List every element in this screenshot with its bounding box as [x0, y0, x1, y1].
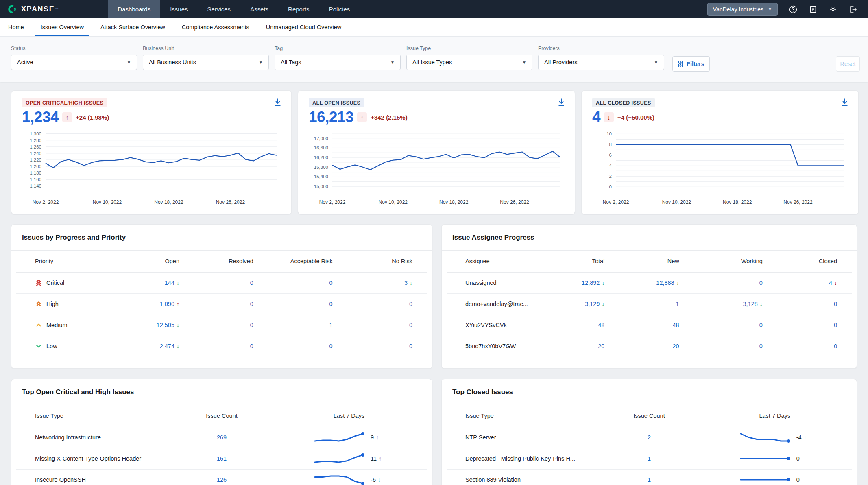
column-header: Assignee [447, 251, 560, 272]
metric-link[interactable]: 12,892 [582, 280, 600, 286]
table-row: Unassigned12,892↓12,888↓04↓ [447, 272, 852, 293]
metric-link[interactable]: 0 [759, 322, 763, 328]
metric-link[interactable]: 0 [759, 343, 763, 350]
kpi-value-row: 1,234↑+24 (1.98%) [22, 109, 109, 126]
logout-icon[interactable] [848, 5, 857, 14]
xpanse-logo-icon [8, 4, 17, 14]
column-header: New [604, 251, 679, 272]
tab-home[interactable]: Home [2, 18, 30, 36]
priority-low: Low [35, 343, 140, 350]
nav-item-dashboards[interactable]: Dashboards [108, 0, 160, 18]
trend-delta: 11↑ [371, 455, 385, 462]
svg-text:10: 10 [606, 131, 612, 136]
priority-label: High [46, 301, 59, 307]
metric-link[interactable]: 0 [250, 343, 253, 350]
app-root: XPANSE™ DashboardsIssuesServicesAssetsRe… [0, 0, 868, 485]
brand-name: XPANSE [21, 5, 55, 13]
nav-item-assets[interactable]: Assets [240, 0, 278, 18]
filter-select-issue-type[interactable]: All Issue Types▼ [406, 55, 532, 70]
card-title: Issues by Progress and Priority [11, 225, 432, 251]
metric-cell: 1,090↑ [140, 293, 179, 315]
filter-select-status[interactable]: Active▼ [11, 55, 137, 70]
arrow-down-icon: ↓ [834, 280, 837, 286]
trend-sparkline [313, 474, 365, 485]
metric-link[interactable]: 1 [648, 455, 651, 462]
nav-item-issues[interactable]: Issues [160, 0, 197, 18]
metric-link[interactable]: 0 [329, 343, 333, 350]
metric-link[interactable]: 12,888 [656, 280, 674, 286]
nav-item-reports[interactable]: Reports [278, 0, 319, 18]
metric-link[interactable]: 2,474 [160, 343, 174, 350]
brand-logo[interactable]: XPANSE™ [0, 0, 68, 18]
last-7-days-cell: 9↑ [271, 427, 427, 448]
svg-text:6: 6 [609, 153, 612, 157]
priority-high: High [35, 300, 140, 308]
metric-link[interactable]: 3 [404, 280, 408, 286]
nav-item-policies[interactable]: Policies [319, 0, 360, 18]
reset-button[interactable]: Reset [836, 56, 860, 72]
table-row: Section 889 Violation10 [447, 469, 852, 485]
assignee-cell: Unassigned [447, 272, 560, 293]
metric-link[interactable]: 20 [673, 343, 679, 350]
metric-link[interactable]: 144 [165, 280, 174, 286]
last-7-days-cell: -6↓ [271, 469, 427, 485]
metric-link[interactable]: 3,128 [743, 301, 758, 307]
metric-link[interactable]: 1 [648, 476, 651, 483]
metric-cell: 0 [179, 293, 253, 315]
download-icon[interactable] [557, 98, 566, 107]
svg-text:Nov 26, 2022: Nov 26, 2022 [216, 199, 245, 205]
metric-link[interactable]: 4 [829, 280, 832, 286]
metric-link[interactable]: 126 [217, 476, 227, 483]
metric-link[interactable]: 0 [250, 280, 253, 286]
metric-link[interactable]: 0 [250, 322, 253, 328]
issue-type-cell: Networking Infrastructure [16, 427, 172, 448]
metric-link[interactable]: 1 [676, 301, 679, 307]
filter-value: All Providers [544, 59, 577, 66]
metric-link[interactable]: 1,090 [160, 301, 174, 307]
critical-priority-icon [35, 279, 42, 286]
column-header: Closed [763, 251, 852, 272]
filter-select-business-unit[interactable]: All Business Units▼ [143, 55, 269, 70]
metric-link[interactable]: 2 [648, 434, 651, 441]
filter-select-providers[interactable]: All Providers▼ [538, 55, 664, 70]
metric-link[interactable]: 48 [673, 322, 679, 328]
metric-link[interactable]: 0 [409, 322, 412, 328]
metric-link[interactable]: 0 [409, 343, 412, 350]
metric-link[interactable]: 0 [329, 301, 333, 307]
metric-link[interactable]: 0 [834, 322, 837, 328]
filter-select-tag[interactable]: All Tags▼ [275, 55, 401, 70]
tab-unmanaged-cloud-overview[interactable]: Unmanaged Cloud Overview [260, 18, 347, 36]
download-icon[interactable] [273, 98, 282, 107]
metric-link[interactable]: 0 [759, 280, 763, 286]
metric-link[interactable]: 0 [834, 301, 837, 307]
issue-count-cell: 126 [172, 469, 271, 485]
issue-count-cell: 2 [600, 427, 698, 448]
tab-issues-overview[interactable]: Issues Overview [35, 18, 89, 36]
chevron-down-icon: ▼ [390, 60, 395, 65]
metric-link[interactable]: 12,505 [157, 322, 174, 328]
metric-link[interactable]: 161 [217, 455, 227, 462]
settings-gear-icon[interactable] [829, 5, 837, 14]
trend-sparkline [313, 432, 365, 443]
kpi-delta: +342 (2.15%) [371, 114, 407, 121]
metric-link[interactable]: 0 [834, 343, 837, 350]
tab-compliance-assessments[interactable]: Compliance Assessments [176, 18, 255, 36]
metric-link[interactable]: 269 [217, 434, 227, 441]
metric-link[interactable]: 0 [250, 301, 253, 307]
help-icon[interactable] [789, 5, 798, 14]
release-notes-icon[interactable] [809, 5, 818, 14]
priority-label: Medium [46, 322, 68, 328]
download-icon[interactable] [840, 98, 849, 107]
org-selector[interactable]: VanDelay Industries ▼ [707, 3, 778, 16]
metric-link[interactable]: 48 [598, 322, 604, 328]
column-header: Working [679, 251, 763, 272]
metric-link[interactable]: 1 [329, 322, 333, 328]
tab-attack-surface-overview[interactable]: Attack Surface Overview [95, 18, 171, 36]
nav-right: VanDelay Industries ▼ [707, 0, 868, 18]
filters-button[interactable]: Filters [672, 56, 710, 72]
metric-link[interactable]: 20 [598, 343, 604, 350]
metric-link[interactable]: 0 [329, 280, 333, 286]
metric-link[interactable]: 3,129 [585, 301, 600, 307]
nav-item-services[interactable]: Services [198, 0, 241, 18]
metric-link[interactable]: 0 [409, 301, 412, 307]
